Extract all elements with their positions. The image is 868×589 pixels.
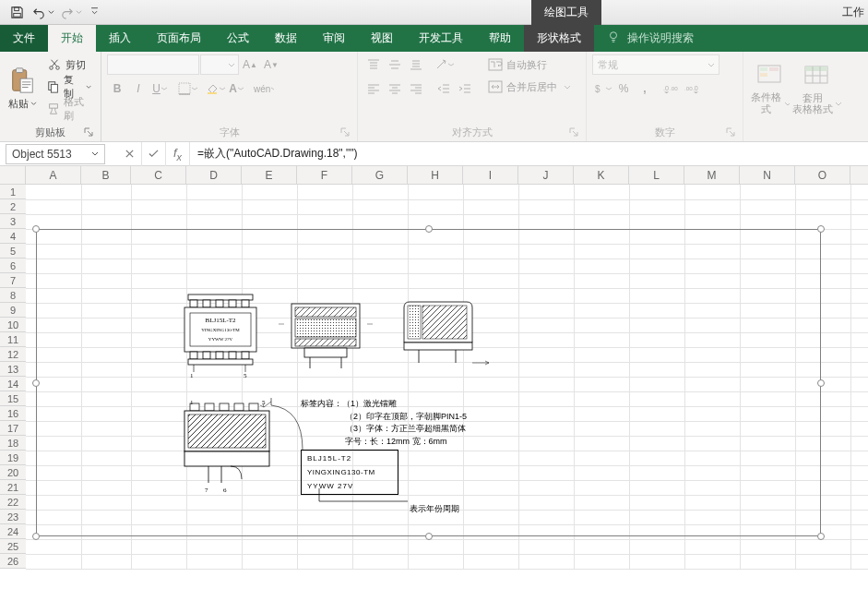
svg-rect-10 — [50, 104, 58, 108]
cut-button[interactable]: 剪切 — [43, 54, 95, 75]
col-header-K[interactable]: K — [574, 166, 629, 184]
format-painter-button: 格式刷 — [43, 99, 95, 119]
row-header-16[interactable]: 16 — [0, 406, 26, 421]
undo-dropdown-icon[interactable] — [46, 1, 55, 23]
row-header-14[interactable]: 14 — [0, 377, 26, 391]
row-header-20[interactable]: 20 — [0, 465, 26, 480]
svg-rect-29 — [229, 300, 236, 307]
row-header-19[interactable]: 19 — [0, 451, 26, 465]
insert-function-button[interactable]: fx — [166, 142, 190, 166]
svg-rect-30 — [242, 300, 249, 307]
col-header-N[interactable]: N — [740, 166, 795, 184]
col-header-H[interactable]: H — [408, 166, 463, 184]
svg-rect-1 — [13, 13, 20, 17]
col-header-E[interactable]: E — [242, 166, 297, 184]
col-header-J[interactable]: J — [518, 166, 574, 184]
tell-me-label: 操作说明搜索 — [627, 30, 694, 46]
row-header-9[interactable]: 9 — [0, 303, 26, 318]
row-header-24[interactable]: 24 — [0, 524, 26, 539]
tab-formulas[interactable]: 公式 — [214, 25, 262, 52]
clipboard-group-label: 剪贴板 — [6, 125, 95, 139]
save-icon[interactable] — [6, 1, 28, 23]
cells-grid[interactable]: BLJ15L-T2 YINGXING130-TM YYWW 27V 1 5 — [26, 185, 868, 569]
cancel-formula-button[interactable] — [118, 142, 142, 166]
row-header-7[interactable]: 7 — [0, 273, 26, 288]
paste-button[interactable]: 粘贴 — [6, 54, 40, 121]
name-box[interactable]: Object 5513 — [6, 144, 105, 164]
tab-data[interactable]: 数据 — [262, 25, 310, 52]
row-header-21[interactable]: 21 — [0, 480, 26, 495]
tab-view[interactable]: 视图 — [358, 25, 406, 52]
tab-insert[interactable]: 插入 — [96, 25, 144, 52]
row-header-4[interactable]: 4 — [0, 229, 26, 244]
row-header-17[interactable]: 17 — [0, 421, 26, 436]
row-header-26[interactable]: 26 — [0, 554, 26, 569]
row-header-2[interactable]: 2 — [0, 199, 26, 214]
tab-shape-format[interactable]: 形状格式 — [524, 25, 594, 52]
col-header-G[interactable]: G — [352, 166, 408, 184]
cut-label: 剪切 — [65, 58, 86, 72]
select-all-corner[interactable] — [0, 166, 26, 184]
row-header-15[interactable]: 15 — [0, 391, 26, 406]
svg-rect-5 — [21, 78, 33, 92]
tell-me-search[interactable]: 操作说明搜索 — [594, 25, 694, 52]
formula-input[interactable]: =嵌入("AutoCAD.Drawing.18","") — [190, 146, 868, 162]
dialog-launcher-icon[interactable] — [84, 127, 95, 138]
pin1-label: 1 — [190, 372, 194, 379]
note-label: 表示年份周期 — [410, 503, 459, 515]
copy-button[interactable]: 复制 — [43, 77, 95, 97]
styles-group-label — [749, 125, 862, 139]
svg-rect-22 — [769, 67, 779, 71]
paste-label: 粘贴 — [8, 97, 37, 111]
row-header-5[interactable]: 5 — [0, 244, 26, 258]
tab-review[interactable]: 审阅 — [310, 25, 358, 52]
enter-formula-button[interactable] — [142, 142, 166, 166]
row-header-12[interactable]: 12 — [0, 347, 26, 362]
col-header-L[interactable]: L — [629, 166, 684, 184]
row-header-11[interactable]: 11 — [0, 332, 26, 347]
row-header-3[interactable]: 3 — [0, 214, 26, 229]
group-alignment: 自动换行 合并后居中 对齐方式 — [358, 52, 587, 141]
percent-format-icon: % — [613, 78, 634, 99]
tab-help[interactable]: 帮助 — [476, 25, 524, 52]
col-header-C[interactable]: C — [131, 166, 186, 184]
underline-button: U — [149, 78, 170, 99]
merge-icon — [488, 79, 503, 94]
row-header-10[interactable]: 10 — [0, 318, 26, 332]
row-header-8[interactable]: 8 — [0, 288, 26, 303]
tab-home[interactable]: 开始 — [48, 25, 96, 52]
col-header-I[interactable]: I — [463, 166, 518, 184]
svg-text:.00: .00 — [684, 85, 693, 91]
svg-rect-26 — [190, 300, 197, 307]
row-header-6[interactable]: 6 — [0, 258, 26, 273]
svg-rect-24 — [805, 66, 827, 71]
row-header-18[interactable]: 18 — [0, 436, 26, 451]
svg-rect-54 — [422, 306, 467, 339]
title-bar: 绘图工具 工作 — [0, 0, 868, 25]
row-header-1[interactable]: 1 — [0, 185, 26, 199]
row-header-25[interactable]: 25 — [0, 539, 26, 554]
row-header-22[interactable]: 22 — [0, 495, 26, 510]
worksheet-area: ABCDEFGHIJKLMNO 123456789101112131415161… — [0, 166, 868, 589]
embedded-object[interactable]: BLJ15L-T2 YINGXING130-TM YYWW 27V 1 5 — [36, 229, 821, 536]
tab-page-layout[interactable]: 页面布局 — [144, 25, 214, 52]
qat-customize-icon[interactable] — [83, 1, 105, 23]
col-header-A[interactable]: A — [26, 166, 81, 184]
drawing-tools-header: 绘图工具 — [531, 0, 601, 25]
col-header-D[interactable]: D — [186, 166, 242, 184]
tab-developer[interactable]: 开发工具 — [406, 25, 476, 52]
tab-file[interactable]: 文件 — [0, 25, 48, 52]
col-header-B[interactable]: B — [81, 166, 131, 184]
col-header-M[interactable]: M — [684, 166, 740, 184]
borders-button — [177, 78, 197, 99]
pin1-label-2: 1 — [190, 399, 194, 406]
contextual-tab-group: 绘图工具 — [531, 0, 601, 25]
svg-rect-53 — [408, 306, 421, 339]
brush-icon — [47, 102, 60, 116]
row-header-23[interactable]: 23 — [0, 510, 26, 524]
table-format-icon — [802, 61, 831, 90]
col-header-O[interactable]: O — [795, 166, 850, 184]
row-header-13[interactable]: 13 — [0, 362, 26, 377]
col-header-F[interactable]: F — [297, 166, 352, 184]
font-group-label: 字体 — [107, 125, 351, 139]
